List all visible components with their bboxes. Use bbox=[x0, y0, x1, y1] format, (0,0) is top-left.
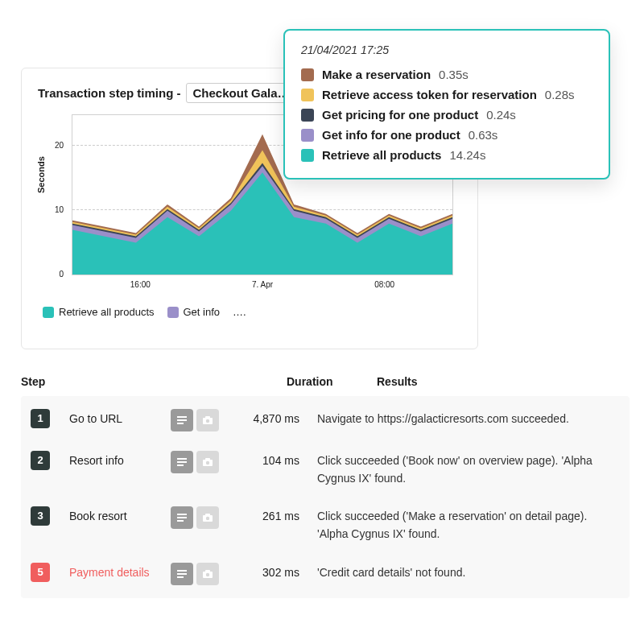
x-tick: 7. Apr bbox=[252, 280, 273, 289]
tooltip-swatch bbox=[301, 129, 314, 142]
svg-rect-20 bbox=[177, 576, 184, 578]
list-icon[interactable] bbox=[171, 506, 193, 529]
y-axis-label: Seconds bbox=[36, 156, 46, 193]
svg-rect-12 bbox=[177, 514, 187, 515]
table-row: 5Payment details302 ms'Credit card detai… bbox=[21, 553, 630, 595]
step-duration: 104 ms bbox=[227, 451, 299, 470]
tooltip-swatch bbox=[301, 109, 314, 122]
legend-item[interactable]: Retrieve all products bbox=[43, 306, 155, 318]
svg-rect-4 bbox=[205, 416, 210, 419]
y-ticks: 0 10 20 bbox=[47, 114, 64, 299]
svg-rect-14 bbox=[177, 520, 184, 522]
svg-rect-2 bbox=[177, 423, 184, 424]
step-actions bbox=[171, 563, 227, 585]
tooltip-label: Retrieve all products bbox=[322, 148, 441, 162]
step-number-badge: 1 bbox=[31, 409, 50, 428]
chart-tooltip: 21/04/2021 17:25 Make a reservation 0.35… bbox=[283, 29, 610, 180]
col-header-results: Results bbox=[359, 375, 630, 388]
col-header-duration: Duration bbox=[287, 375, 359, 388]
svg-rect-8 bbox=[177, 464, 184, 466]
list-icon[interactable] bbox=[171, 409, 193, 431]
step-name: Go to URL bbox=[50, 409, 171, 428]
legend-item[interactable]: Get info bbox=[167, 306, 221, 318]
list-icon[interactable] bbox=[171, 451, 193, 473]
svg-point-11 bbox=[206, 461, 209, 464]
camera-icon[interactable] bbox=[196, 563, 219, 585]
tooltip-row: Get info for one product 0.63s bbox=[301, 125, 592, 145]
svg-point-5 bbox=[206, 419, 209, 423]
camera-icon[interactable] bbox=[196, 451, 219, 473]
legend-swatch bbox=[167, 307, 179, 318]
tooltip-row: Retrieve access token for reservation 0.… bbox=[301, 85, 592, 105]
tooltip-label: Get info for one product bbox=[322, 128, 460, 142]
list-icon[interactable] bbox=[171, 563, 193, 585]
svg-point-17 bbox=[206, 517, 209, 520]
step-result: Click succeeded ('Make a reservation' on… bbox=[299, 506, 620, 543]
svg-point-23 bbox=[206, 573, 209, 576]
table-row: 3Book resort261 msClick succeeded ('Make… bbox=[21, 497, 630, 552]
tooltip-value: 0.28s bbox=[545, 88, 575, 101]
chart-selector[interactable]: Checkout Gala… bbox=[186, 83, 297, 103]
table-body: 1Go to URL4,870 msNavigate to https://ga… bbox=[21, 396, 630, 598]
step-duration: 261 ms bbox=[227, 506, 299, 526]
step-duration: 4,870 ms bbox=[227, 409, 299, 428]
chart-legend: Retrieve all products Get info …. bbox=[43, 306, 461, 318]
svg-rect-0 bbox=[177, 416, 187, 418]
tooltip-row: Get pricing for one product 0.24s bbox=[301, 105, 592, 125]
svg-rect-1 bbox=[177, 419, 187, 421]
tooltip-swatch bbox=[301, 149, 314, 162]
tooltip-swatch bbox=[301, 68, 314, 81]
step-number-badge: 5 bbox=[31, 563, 50, 582]
step-result: 'Credit card details' not found. bbox=[299, 563, 620, 582]
x-ticks: 16:00 7. Apr 08:00 bbox=[72, 280, 453, 293]
legend-more[interactable]: …. bbox=[233, 306, 246, 318]
legend-label: Get info bbox=[184, 306, 221, 318]
svg-rect-13 bbox=[177, 517, 187, 518]
table-header: Step Duration Results bbox=[21, 375, 630, 396]
step-actions bbox=[171, 506, 227, 529]
svg-rect-7 bbox=[177, 461, 187, 463]
legend-swatch bbox=[43, 307, 54, 318]
x-tick: 08:00 bbox=[374, 280, 394, 289]
svg-rect-18 bbox=[177, 570, 187, 572]
step-result: Click succeeded ('Book now' on overview … bbox=[299, 451, 620, 487]
svg-rect-10 bbox=[205, 458, 210, 460]
y-tick: 0 bbox=[47, 270, 64, 279]
step-duration: 302 ms bbox=[227, 563, 299, 582]
step-number-badge: 3 bbox=[31, 506, 50, 526]
legend-label: Retrieve all products bbox=[59, 306, 155, 318]
step-result: Navigate to https://galacticresorts.com … bbox=[299, 409, 620, 428]
step-number-badge: 2 bbox=[31, 451, 50, 470]
table-row: 2Resort info104 msClick succeeded ('Book… bbox=[21, 441, 630, 497]
y-tick: 20 bbox=[47, 141, 64, 150]
col-header-step: Step bbox=[21, 375, 61, 388]
tooltip-value: 14.24s bbox=[449, 148, 485, 162]
tooltip-value: 0.63s bbox=[469, 128, 498, 142]
step-name: Payment details bbox=[50, 563, 171, 582]
camera-icon[interactable] bbox=[196, 506, 219, 529]
svg-rect-6 bbox=[177, 458, 187, 460]
step-actions bbox=[171, 409, 227, 431]
step-name: Book resort bbox=[50, 506, 171, 526]
x-tick: 16:00 bbox=[130, 280, 151, 289]
svg-rect-19 bbox=[177, 573, 187, 575]
tooltip-row: Make a reservation 0.35s bbox=[301, 64, 592, 85]
steps-table: Step Duration Results 1Go to URL4,870 ms… bbox=[21, 375, 630, 598]
tooltip-label: Make a reservation bbox=[322, 68, 431, 81]
tooltip-timestamp: 21/04/2021 17:25 bbox=[301, 43, 592, 56]
tooltip-value: 0.24s bbox=[486, 108, 516, 122]
table-row: 1Go to URL4,870 msNavigate to https://ga… bbox=[21, 399, 630, 441]
step-name: Resort info bbox=[50, 451, 171, 470]
camera-icon[interactable] bbox=[196, 409, 219, 431]
y-tick: 10 bbox=[47, 205, 64, 214]
svg-rect-16 bbox=[205, 514, 210, 516]
tooltip-label: Retrieve access token for reservation bbox=[322, 88, 537, 101]
step-actions bbox=[171, 451, 227, 473]
tooltip-label: Get pricing for one product bbox=[322, 108, 478, 122]
tooltip-swatch bbox=[301, 89, 314, 101]
chart-title-prefix: Transaction step timing - bbox=[38, 86, 181, 100]
tooltip-row: Retrieve all products 14.24s bbox=[301, 145, 592, 165]
tooltip-value: 0.35s bbox=[439, 68, 469, 81]
svg-rect-22 bbox=[205, 570, 210, 572]
